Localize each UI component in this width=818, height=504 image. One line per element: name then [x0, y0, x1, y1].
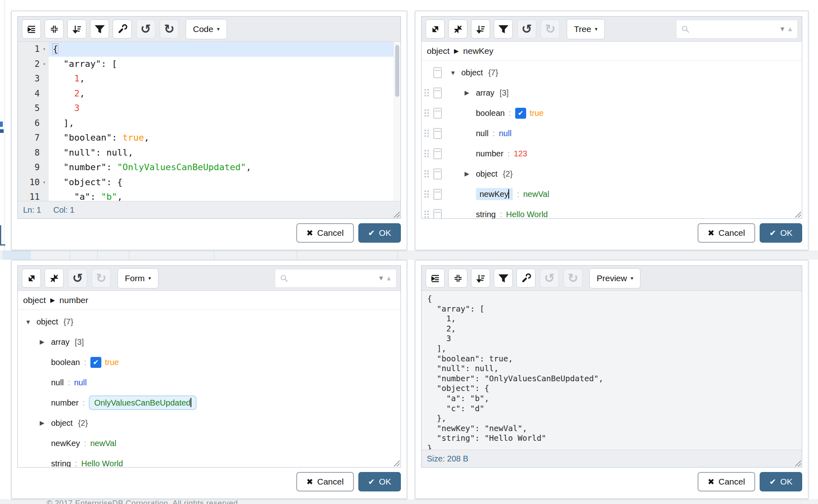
field-name[interactable]: object: [476, 169, 497, 179]
code-line[interactable]: "number": "OnlyValuesCanBeUpdated",: [49, 160, 400, 175]
redo-button[interactable]: ↻: [563, 269, 582, 288]
drag-handle-icon[interactable]: [424, 128, 430, 138]
field-value[interactable]: newVal: [90, 439, 116, 448]
ok-button[interactable]: ✔ OK: [358, 223, 401, 243]
sort-button[interactable]: [67, 19, 86, 38]
code-line[interactable]: "null": null,: [49, 145, 400, 160]
drag-handle-icon[interactable]: [424, 108, 430, 118]
context-menu-button[interactable]: [433, 128, 442, 139]
field-value[interactable]: 123: [514, 149, 527, 158]
context-menu-button[interactable]: [433, 148, 442, 159]
boolean-checkbox[interactable]: ✔: [515, 108, 526, 119]
mode-select-button[interactable]: Preview▾: [589, 268, 640, 288]
collapse-node-icon[interactable]: ▼: [448, 69, 461, 76]
undo-button[interactable]: ↺: [540, 269, 559, 288]
previous-result-icon[interactable]: ▲: [385, 275, 392, 282]
code-line[interactable]: ],: [49, 116, 400, 131]
undo-button[interactable]: ↺: [136, 19, 155, 38]
breadcrumb-item[interactable]: newKey: [463, 46, 494, 56]
context-menu-button[interactable]: [433, 108, 442, 119]
field-value[interactable]: Hello World: [81, 459, 123, 468]
expand-node-icon[interactable]: ▶: [462, 89, 476, 96]
repair-button[interactable]: [516, 269, 535, 288]
expand-node-icon[interactable]: ▶: [37, 338, 51, 346]
expand-button[interactable]: [22, 269, 41, 288]
undo-button[interactable]: ↺: [517, 19, 536, 38]
code-line[interactable]: "array": [: [49, 57, 400, 72]
drag-handle-icon[interactable]: [424, 169, 430, 179]
redo-button[interactable]: ↻: [92, 269, 111, 288]
context-menu-button[interactable]: [433, 88, 442, 98]
compact-button[interactable]: [448, 269, 467, 288]
code-editor[interactable]: 1▾2▾345678910▾1112 { "array": [ 1, 2, 3 …: [18, 42, 400, 201]
field-value[interactable]: newVal: [523, 190, 549, 199]
field-name[interactable]: string: [51, 459, 71, 468]
scrollbar-thumb[interactable]: [395, 45, 399, 97]
cancel-button[interactable]: ✖ Cancel: [296, 472, 354, 491]
sort-button[interactable]: [471, 269, 490, 288]
field-name[interactable]: string: [476, 210, 496, 219]
redo-button[interactable]: ↻: [541, 19, 560, 38]
fold-caret-icon[interactable]: ▾: [40, 57, 49, 72]
filter-button[interactable]: [494, 269, 513, 288]
field-value[interactable]: Hello World: [506, 210, 548, 219]
collapse-button[interactable]: [448, 19, 467, 38]
fold-caret-icon[interactable]: ▾: [40, 42, 49, 57]
expand-node-icon[interactable]: ▶: [462, 170, 476, 177]
boolean-checkbox[interactable]: ✔: [90, 357, 101, 368]
undo-button[interactable]: ↺: [68, 269, 87, 288]
field-name[interactable]: number: [51, 398, 79, 408]
breadcrumb-item[interactable]: object: [427, 46, 450, 56]
resize-handle-icon[interactable]: [393, 211, 400, 218]
sort-button[interactable]: [471, 19, 490, 38]
field-value[interactable]: null: [74, 378, 87, 387]
field-name[interactable]: boolean: [51, 358, 80, 367]
next-result-icon[interactable]: ▼: [378, 275, 384, 282]
filter-button[interactable]: [90, 19, 109, 38]
expand-button[interactable]: [426, 19, 445, 38]
field-name[interactable]: null: [476, 129, 488, 138]
search-input[interactable]: [694, 24, 776, 34]
field-name[interactable]: object: [461, 68, 483, 77]
breadcrumb-item[interactable]: object: [23, 295, 46, 305]
field-name[interactable]: array: [476, 88, 495, 98]
ok-button[interactable]: ✔ OK: [760, 472, 802, 491]
fold-caret-icon[interactable]: ▾: [40, 175, 49, 190]
cancel-button[interactable]: ✖ Cancel: [698, 223, 755, 243]
format-button[interactable]: [426, 269, 445, 288]
field-value[interactable]: null: [499, 129, 512, 138]
previous-result-icon[interactable]: ▲: [787, 26, 793, 33]
mode-select-button[interactable]: Code▾: [186, 19, 227, 39]
field-name[interactable]: object: [36, 317, 58, 327]
code-lines[interactable]: { "array": [ 1, 2, 3 ], "boolean": true,…: [49, 42, 400, 201]
cancel-button[interactable]: ✖ Cancel: [698, 472, 755, 491]
mode-select-button[interactable]: Form▾: [118, 268, 158, 288]
field-name[interactable]: boolean: [476, 109, 505, 118]
code-line[interactable]: "a": "b",: [49, 190, 400, 201]
repair-button[interactable]: [113, 19, 132, 38]
code-line[interactable]: 1,: [49, 71, 400, 86]
next-result-icon[interactable]: ▼: [779, 26, 786, 33]
cancel-button[interactable]: ✖ Cancel: [296, 223, 354, 243]
field-name[interactable]: newKey: [476, 188, 513, 200]
code-line[interactable]: 3: [49, 101, 400, 116]
field-name[interactable]: null: [51, 378, 64, 387]
ok-button[interactable]: ✔ OK: [358, 472, 401, 491]
collapse-button[interactable]: [45, 269, 64, 288]
expand-node-icon[interactable]: ▶: [37, 419, 51, 427]
ok-button[interactable]: ✔ OK: [760, 223, 802, 243]
format-button[interactable]: [22, 19, 41, 38]
drag-handle-icon[interactable]: [424, 149, 430, 158]
code-line[interactable]: "object": {: [49, 175, 400, 190]
field-value[interactable]: true: [530, 109, 544, 118]
resize-handle-icon[interactable]: [794, 459, 801, 466]
compact-button[interactable]: [45, 19, 64, 38]
drag-handle-icon[interactable]: [424, 209, 430, 218]
drag-handle-icon[interactable]: [424, 189, 430, 199]
mode-select-button[interactable]: Tree▾: [567, 19, 605, 39]
context-menu-button[interactable]: [433, 67, 442, 78]
code-line[interactable]: {: [49, 42, 400, 57]
field-name[interactable]: array: [51, 337, 70, 347]
context-menu-button[interactable]: [433, 169, 442, 179]
field-name[interactable]: object: [51, 419, 73, 428]
